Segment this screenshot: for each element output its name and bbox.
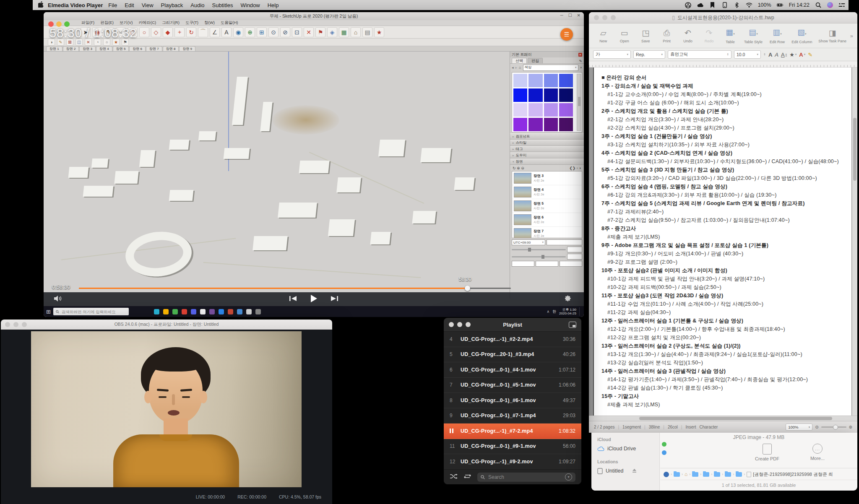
taskbar-app-icon[interactable] bbox=[228, 309, 233, 314]
zoom-traffic-light[interactable] bbox=[611, 15, 616, 20]
hwp-document-area[interactable]: ■ 온라인 강의 순서1주 - 강의소개 / 실습 및 재택수업 과제#1-1강… bbox=[589, 68, 857, 416]
seek-bar[interactable] bbox=[79, 288, 511, 289]
vertical-scrollbar[interactable] bbox=[852, 68, 857, 416]
timezone-dropdown[interactable]: UTC+09:00 ▾ bbox=[512, 239, 545, 245]
more-button[interactable]: ... More... bbox=[803, 444, 832, 461]
menu-app-name[interactable]: Elmedia Video Player bbox=[48, 2, 103, 8]
material-dropdown[interactable]: 색상 ▾ bbox=[523, 65, 578, 71]
zoom-out-icon[interactable]: ⊖ bbox=[815, 425, 818, 429]
refresh-icon[interactable]: ↻ bbox=[513, 166, 516, 170]
size-stepper[interactable]: ⇕ bbox=[763, 53, 766, 56]
menu-item[interactable]: Playback bbox=[157, 2, 187, 8]
color-swatch[interactable] bbox=[544, 74, 558, 87]
edit-column-button[interactable]: ▧▾Edit Column bbox=[789, 28, 815, 44]
color-swatch[interactable] bbox=[513, 88, 527, 102]
windows-start-icon[interactable]: ⊞ bbox=[46, 309, 51, 315]
zoom-traffic-light[interactable] bbox=[466, 322, 471, 327]
webcam-preview[interactable] bbox=[31, 331, 302, 487]
color-swatch[interactable] bbox=[544, 118, 558, 131]
date-slider[interactable] bbox=[512, 256, 566, 257]
text-effect-button[interactable]: ★▾ bbox=[789, 52, 797, 58]
control-center-icon[interactable] bbox=[838, 2, 845, 8]
color-swatch[interactable] bbox=[513, 118, 527, 131]
bold-button[interactable]: A bbox=[768, 52, 772, 58]
scene-list-item[interactable]: 장면 5사진 2e bbox=[512, 199, 582, 213]
taskbar-clock[interactable]: 오후 1:30 2020-04-25 bbox=[559, 308, 576, 315]
zoom-dropdown[interactable]: 100%▾ bbox=[786, 423, 812, 431]
color-swatch[interactable] bbox=[559, 118, 573, 131]
playlist-search-input[interactable] bbox=[487, 474, 562, 481]
playlist-row[interactable]: 4 UD_CG-Progr...-1)_#2-2.mp4 30:36 bbox=[444, 332, 581, 347]
font-size-dropdown[interactable]: 10.0▾ bbox=[734, 50, 761, 59]
color-swatch[interactable] bbox=[528, 118, 542, 131]
folder-icon[interactable] bbox=[736, 472, 742, 477]
tray-tab-edit[interactable]: 편집 bbox=[528, 58, 543, 63]
tray-tab-select[interactable]: 선택 bbox=[512, 58, 527, 63]
taskbar-app-icon[interactable] bbox=[172, 309, 178, 314]
time-slider[interactable] bbox=[512, 249, 566, 250]
minimize-traffic-light[interactable] bbox=[602, 15, 607, 20]
apple-menu-icon[interactable] bbox=[36, 1, 45, 9]
edit-row-button[interactable]: ▥▾Edit Row bbox=[766, 28, 788, 44]
remove-icon[interactable]: ⊖ bbox=[521, 166, 524, 170]
playlist-row[interactable]: 10 UD_CG-Progr...-1)_#7-2.mp4 1:08:32 bbox=[444, 423, 581, 439]
path-file-name[interactable]: [권형준-21925998]21925998 권형준 최 bbox=[753, 471, 833, 478]
playlist-row[interactable]: 9 UD_CG-Progr...0-1)_#7-1.mp4 29:03 bbox=[444, 408, 581, 424]
folder-icon[interactable] bbox=[714, 472, 720, 477]
color-swatch[interactable] bbox=[528, 103, 542, 117]
scene-list-item[interactable]: 장면 6사진 2e bbox=[512, 213, 582, 227]
style-dropdown[interactable]: 가▾ bbox=[593, 50, 631, 59]
rep-dropdown[interactable]: Rep.▾ bbox=[633, 50, 665, 59]
windows-search-box[interactable] bbox=[53, 308, 129, 315]
forward-arrow-icon[interactable]: ▸ bbox=[515, 65, 518, 70]
spotlight-search-icon[interactable] bbox=[815, 2, 822, 8]
tray-close-icon[interactable]: ✕ bbox=[578, 53, 582, 57]
open-button[interactable]: ▭Open bbox=[614, 29, 634, 43]
shadow-time-field[interactable] bbox=[547, 239, 582, 245]
color-swatch[interactable] bbox=[559, 88, 573, 102]
eject-icon[interactable] bbox=[632, 469, 637, 473]
menu-item[interactable]: Subtitles bbox=[208, 2, 237, 8]
color-swatch[interactable] bbox=[513, 74, 527, 87]
taskbar-app-icon[interactable] bbox=[154, 309, 159, 314]
tray-section-collapsed[interactable]: ▸ 컴포넌트 bbox=[510, 133, 584, 140]
table-button[interactable]: ▦▾Table bbox=[720, 28, 740, 44]
taskbar-app-icon[interactable] bbox=[255, 309, 261, 314]
folder-icon[interactable] bbox=[674, 472, 680, 477]
taskbar-app-icon[interactable] bbox=[219, 309, 224, 314]
folder-icon[interactable] bbox=[692, 472, 698, 477]
save-button[interactable]: ◳Save bbox=[635, 29, 656, 43]
wifi-icon[interactable] bbox=[746, 2, 752, 8]
highlight-button[interactable]: ✎ bbox=[808, 52, 812, 58]
menu-item[interactable]: Window bbox=[237, 2, 263, 8]
table-style-button[interactable]: ▤▾Table Style bbox=[741, 28, 765, 44]
playlist-search[interactable]: ▾ bbox=[477, 473, 575, 482]
view-options-icon[interactable]: ❮❯ bbox=[569, 166, 575, 170]
pip-icon[interactable] bbox=[569, 322, 576, 328]
zoom-traffic-light[interactable] bbox=[22, 322, 27, 327]
home-icon[interactable]: ⌂ bbox=[519, 65, 521, 70]
italic-button[interactable]: A bbox=[775, 52, 778, 58]
taskbar-app-icon[interactable] bbox=[191, 309, 196, 314]
tray-section-collapsed[interactable]: ▸ 태그 bbox=[510, 146, 584, 152]
tray-section-scenes[interactable]: ▾ 장면 bbox=[510, 158, 584, 165]
undo-button[interactable]: ↶Undo bbox=[678, 29, 698, 43]
details-icon[interactable]: ▫ bbox=[577, 166, 578, 170]
zoom-slider-knob[interactable] bbox=[833, 425, 838, 430]
scene-list-item[interactable]: 장면 3사진 2e bbox=[512, 171, 582, 185]
playlist-row[interactable]: 12 UD_CG-Progr...-1)_#9-2.mov 1:09:27 bbox=[444, 454, 581, 469]
folder-icon[interactable] bbox=[725, 472, 731, 477]
menu-item[interactable]: Audio bbox=[187, 2, 208, 8]
color-swatch[interactable] bbox=[559, 103, 573, 117]
color-swatch[interactable] bbox=[528, 74, 542, 87]
minimize-traffic-light[interactable] bbox=[13, 322, 18, 327]
shuffle-icon[interactable] bbox=[450, 473, 458, 481]
taskbar-app-icon[interactable] bbox=[200, 309, 206, 314]
scene-list-item[interactable]: 장면 7사진 2e bbox=[512, 227, 582, 238]
bookmark-icon[interactable] bbox=[709, 2, 716, 8]
tray-expand-icon[interactable]: ∧ bbox=[547, 309, 549, 314]
folder-icon[interactable] bbox=[703, 472, 709, 477]
tray-section-collapsed[interactable]: ▸ 스타일 bbox=[510, 140, 584, 146]
repeat-icon[interactable] bbox=[463, 473, 471, 481]
horizontal-scrollbar[interactable] bbox=[589, 416, 857, 421]
